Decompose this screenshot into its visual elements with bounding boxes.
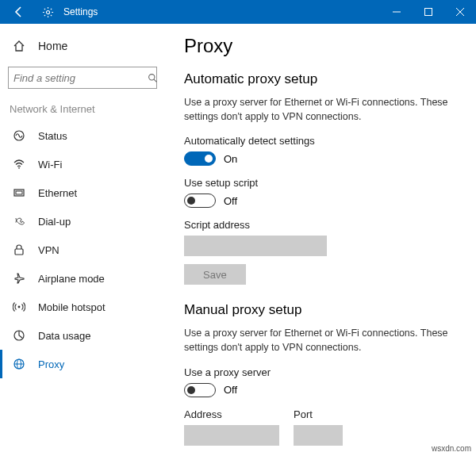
sidebar-item-hotspot[interactable]: Mobile hotspot: [8, 293, 157, 321]
window-title: Settings: [63, 6, 98, 17]
sidebar-item-label: Mobile hotspot: [38, 301, 106, 313]
sidebar-home-label: Home: [38, 40, 67, 52]
script-address-input[interactable]: [184, 236, 327, 256]
auto-section-heading: Automatic proxy setup: [184, 71, 457, 87]
status-icon: [11, 129, 27, 142]
page-title: Proxy: [184, 35, 457, 57]
svg-rect-10: [16, 191, 22, 194]
use-proxy-toggle[interactable]: [184, 383, 216, 397]
vpn-icon: [11, 243, 27, 256]
close-icon: [456, 8, 464, 16]
maximize-button[interactable]: [413, 0, 444, 24]
sidebar-home[interactable]: Home: [8, 33, 157, 59]
sidebar-item-label: Data usage: [38, 330, 91, 342]
minimize-button[interactable]: [381, 0, 413, 24]
sidebar-item-ethernet[interactable]: Ethernet: [8, 178, 157, 207]
svg-line-6: [154, 79, 156, 82]
svg-point-0: [46, 10, 49, 13]
auto-section-desc: Use a proxy server for Ethernet or Wi-Fi…: [184, 95, 454, 124]
content-pane: Proxy Automatic proxy setup Use a proxy …: [165, 24, 476, 456]
detect-toggle-state: On: [224, 153, 237, 165]
dialup-icon: [11, 215, 27, 228]
port-label: Port: [294, 408, 343, 420]
svg-rect-11: [15, 249, 23, 255]
svg-rect-2: [425, 9, 432, 16]
watermark: wsxdn.com: [432, 444, 471, 453]
port-input[interactable]: [294, 425, 343, 446]
search-box[interactable]: [8, 67, 157, 89]
sidebar-item-label: Status: [38, 130, 67, 142]
script-address-label: Script address: [184, 219, 457, 231]
sidebar-item-airplane[interactable]: Airplane mode: [8, 264, 157, 293]
sidebar-item-dialup[interactable]: Dial-up: [8, 207, 157, 236]
sidebar-item-label: Ethernet: [38, 187, 77, 199]
minimize-icon: [393, 8, 401, 16]
address-label: Address: [184, 408, 279, 420]
proxy-icon: [11, 358, 27, 370]
manual-section-heading: Manual proxy setup: [184, 302, 457, 318]
home-icon: [11, 40, 27, 52]
arrow-left-icon: [13, 6, 25, 18]
hotspot-icon: [11, 301, 27, 313]
maximize-icon: [424, 8, 432, 16]
search-input[interactable]: [13, 72, 148, 84]
use-proxy-toggle-state: Off: [224, 384, 237, 396]
close-button[interactable]: [444, 0, 476, 24]
detect-label: Automatically detect settings: [184, 135, 457, 147]
sidebar-item-vpn[interactable]: VPN: [8, 236, 157, 264]
ethernet-icon: [11, 186, 27, 199]
settings-icon: [38, 0, 57, 24]
sidebar-item-label: Airplane mode: [38, 273, 105, 285]
sidebar-section-header: Network & Internet: [10, 103, 157, 115]
svg-point-8: [18, 167, 20, 169]
exceptions-desc: Use the proxy server except for addresse…: [184, 454, 454, 457]
data-usage-icon: [11, 329, 27, 342]
script-label: Use setup script: [184, 177, 457, 189]
sidebar-item-wifi[interactable]: Wi-Fi: [8, 150, 157, 178]
manual-section-desc: Use a proxy server for Ethernet or Wi-Fi…: [184, 326, 454, 354]
sidebar-item-label: Proxy: [38, 358, 64, 370]
titlebar: Settings: [0, 0, 476, 24]
sidebar-item-label: Dial-up: [38, 216, 71, 228]
search-icon: [148, 73, 158, 83]
use-proxy-label: Use a proxy server: [184, 366, 457, 378]
save-button[interactable]: Save: [184, 264, 246, 285]
svg-point-12: [18, 306, 21, 308]
airplane-icon: [11, 272, 27, 285]
script-toggle[interactable]: [184, 194, 216, 208]
sidebar-item-label: VPN: [38, 244, 60, 256]
wifi-icon: [11, 158, 27, 171]
sidebar-item-label: Wi-Fi: [38, 159, 62, 171]
sidebar-item-status[interactable]: Status: [8, 121, 157, 150]
address-input[interactable]: [184, 425, 279, 446]
sidebar-item-proxy[interactable]: Proxy: [8, 350, 157, 378]
svg-point-5: [149, 74, 155, 79]
script-toggle-state: Off: [224, 195, 237, 207]
detect-toggle[interactable]: [184, 151, 216, 166]
sidebar-item-datausage[interactable]: Data usage: [8, 321, 157, 350]
sidebar: Home Network & Internet Status Wi-Fi Eth…: [0, 24, 165, 456]
back-button[interactable]: [3, 0, 35, 24]
